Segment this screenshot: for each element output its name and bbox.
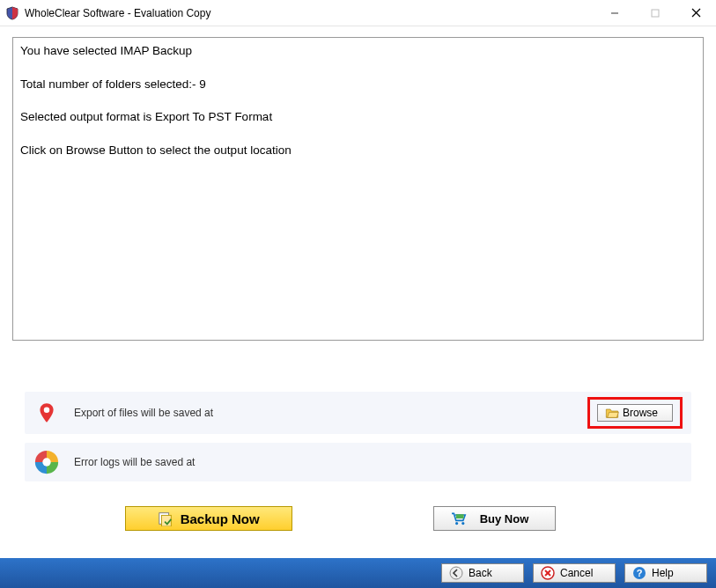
export-path-label: Export of files will be saved at (74, 407, 587, 419)
info-line-3: Selected output format is Export To PST … (20, 109, 696, 125)
svg-rect-1 (652, 10, 659, 17)
action-row: Backup Now Buy Now (12, 506, 704, 538)
titlebar: WholeClear Software - Evaluation Copy (0, 0, 716, 26)
info-line-4: Click on Browse Button to select the out… (20, 143, 696, 158)
backup-icon (158, 511, 173, 526)
buy-now-button[interactable]: Buy Now (433, 506, 557, 531)
help-button[interactable]: ? Help (624, 563, 707, 583)
close-button[interactable] (675, 0, 716, 26)
content-area: You have selected IMAP Backup Total numb… (0, 26, 716, 558)
svg-rect-10 (455, 514, 463, 518)
window-title: WholeClear Software - Evaluation Copy (25, 7, 594, 19)
svg-point-5 (42, 458, 50, 466)
browse-button-label: Browse (623, 407, 658, 419)
browse-button[interactable]: Browse (597, 404, 673, 422)
help-label: Help (652, 567, 674, 579)
svg-point-4 (44, 408, 50, 414)
help-icon: ? (632, 566, 646, 580)
error-log-row: Error logs will be saved at (25, 443, 691, 481)
info-line-2: Total number of folders selected:- 9 (20, 77, 696, 92)
location-pin-icon (33, 400, 60, 426)
buy-now-label: Buy Now (480, 512, 529, 526)
error-log-label: Error logs will be saved at (74, 456, 683, 468)
backup-now-button[interactable]: Backup Now (125, 506, 292, 531)
export-path-row: Export of files will be saved at Browse (25, 392, 691, 434)
cancel-button[interactable]: Cancel (533, 563, 616, 583)
cancel-icon (541, 566, 555, 580)
back-label: Back (469, 567, 492, 579)
svg-text:?: ? (637, 568, 643, 578)
svg-point-8 (455, 522, 458, 525)
browse-highlight: Browse (587, 397, 683, 429)
info-line-1: You have selected IMAP Backup (20, 43, 696, 59)
svg-point-9 (461, 522, 464, 525)
cart-icon (450, 511, 468, 526)
app-icon (5, 6, 19, 20)
maximize-button[interactable] (635, 0, 675, 26)
folder-open-icon (605, 407, 619, 419)
svg-point-11 (450, 567, 462, 579)
window-controls (594, 0, 716, 26)
minimize-button[interactable] (594, 0, 635, 26)
pie-chart-icon (33, 449, 60, 475)
back-arrow-icon (449, 566, 463, 580)
backup-now-label: Backup Now (181, 511, 260, 526)
back-button[interactable]: Back (441, 563, 524, 583)
path-rows: Export of files will be saved at Browse … (12, 392, 704, 490)
bottom-bar: Back Cancel ? Help (0, 558, 716, 588)
info-panel: You have selected IMAP Backup Total numb… (12, 37, 704, 341)
cancel-label: Cancel (560, 567, 593, 579)
